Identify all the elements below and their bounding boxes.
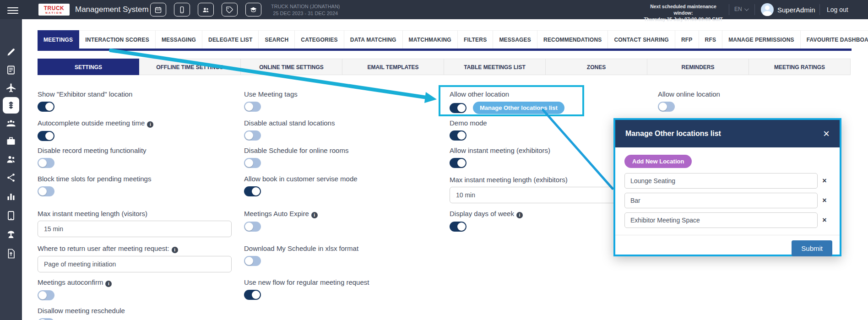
tag-icon[interactable]: [222, 3, 238, 16]
subtab-email-templates[interactable]: EMAIL TEMPLATES: [342, 59, 444, 75]
setting-label: Allow other location: [450, 90, 509, 98]
subtab-offline-time-settings[interactable]: OFFLINE TIME SETTINGS: [139, 59, 241, 75]
page: TRUCK NATION Management System TRUCK NAT…: [0, 0, 868, 320]
location-input[interactable]: [624, 173, 818, 189]
tab-search[interactable]: SEARCH: [259, 30, 295, 49]
remove-location-icon[interactable]: ×: [818, 196, 831, 205]
remove-location-icon[interactable]: ×: [818, 177, 831, 185]
info-icon[interactable]: i: [105, 281, 112, 287]
education-icon[interactable]: [245, 3, 261, 16]
edit-icon[interactable]: [5, 47, 16, 58]
toggle-meetings-autoconfirm[interactable]: [38, 290, 54, 300]
header-divider: [819, 4, 820, 15]
top-bar: TRUCK NATION Management System TRUCK NAT…: [0, 0, 868, 19]
info-icon[interactable]: i: [172, 247, 178, 253]
language-selector[interactable]: EN: [734, 6, 748, 12]
subtab-table-meetings-list[interactable]: TABLE MEETINGS LIST: [444, 59, 546, 75]
tab-matchmaking[interactable]: MATCHMAKING: [403, 30, 458, 49]
toggle-autocomplete-outside-meeting-time[interactable]: [38, 131, 54, 141]
travel-icon[interactable]: [5, 82, 16, 93]
header-divider: [729, 4, 729, 15]
setting-label: Allow online location: [658, 90, 720, 98]
manage-other-locations-button[interactable]: Manage Other locations list: [473, 102, 564, 114]
tab-favourite-dashboard[interactable]: FAVOURITE DASHBOARD: [801, 30, 868, 49]
header-divider: [754, 4, 755, 15]
toggle-block-time-slots-pending[interactable]: [38, 186, 54, 196]
toggle-allow-other-location[interactable]: [450, 103, 467, 113]
subtab-reminders[interactable]: REMINDERS: [647, 59, 749, 75]
meetings-icon[interactable]: [3, 97, 19, 114]
location-row: ×: [624, 193, 831, 208]
location-input[interactable]: [624, 193, 818, 208]
hamburger-menu-icon[interactable]: [7, 5, 18, 14]
delegates-icon[interactable]: [5, 154, 16, 165]
logo-text-bottom: NATION: [45, 11, 63, 14]
toggle-allow-instant-meeting-exhibitors[interactable]: [450, 158, 467, 168]
toggle-disable-schedule-online-rooms[interactable]: [244, 158, 261, 168]
tab-filters[interactable]: FILTERS: [458, 30, 494, 49]
tab-recommendations[interactable]: RECOMMENDATIONS: [537, 30, 608, 49]
app-title: Management System: [75, 5, 149, 14]
exhibitor-stand-icon[interactable]: [5, 229, 16, 240]
toggle-allow-online-location[interactable]: [658, 102, 675, 112]
setting-label: Block time slots for pending meetings: [38, 175, 151, 183]
tab-rfs[interactable]: RFS: [699, 30, 723, 49]
tab-interaction-scores[interactable]: INTERACTION SCORES: [79, 30, 156, 49]
tab-manage-permissions[interactable]: MANAGE PERMISSIONS: [722, 30, 801, 49]
modal-header: Manage Other locations list ×: [615, 120, 840, 147]
logout-button[interactable]: Log out: [827, 6, 848, 13]
add-new-location-button[interactable]: Add New Location: [624, 155, 692, 168]
tab-data-matching[interactable]: DATA MATCHING: [344, 30, 403, 49]
info-icon[interactable]: i: [516, 212, 523, 218]
submit-button[interactable]: Submit: [792, 240, 832, 256]
registration-form-icon[interactable]: [5, 65, 16, 76]
avatar[interactable]: [761, 3, 774, 16]
tab-categories[interactable]: CATEGORIES: [295, 30, 344, 49]
subtab-online-time-settings[interactable]: ONLINE TIME SETTINGS: [241, 59, 342, 75]
tab-delegate-list[interactable]: DELEGATE LIST: [202, 30, 259, 49]
location-input[interactable]: [624, 212, 818, 228]
setting-label: Max instant meeting length (exhibitors): [450, 176, 568, 184]
mobile-icon[interactable]: [174, 3, 190, 16]
attendees-icon[interactable]: [198, 3, 214, 16]
modal-footer: Submit: [615, 235, 840, 261]
toggle-show-exhibitor-stand-location[interactable]: [38, 102, 54, 112]
event-name: TRUCK NATION (JONATHAN): [271, 3, 340, 10]
setting-label: Use new flow for regular meeting request: [244, 278, 369, 286]
setting-label: Disable actual stand locations: [244, 119, 335, 127]
user-name: SuperAdmin: [777, 6, 815, 14]
toggle-use-meeting-tags[interactable]: [244, 102, 261, 112]
briefcase-icon[interactable]: [5, 136, 16, 146]
subtab-meeting-ratings[interactable]: MEETING RATINGS: [749, 59, 851, 75]
toggle-meetings-auto-expire[interactable]: [244, 222, 261, 232]
toggle-display-days-of-week[interactable]: [450, 222, 467, 232]
toggle-allow-book-customer-service-mode[interactable]: [244, 186, 261, 196]
subtab-zones[interactable]: ZONES: [546, 59, 647, 75]
attendees-group-icon[interactable]: [5, 118, 16, 129]
tab-meetings[interactable]: MEETINGS: [38, 30, 79, 49]
max-instant-meeting-length-visitors-input[interactable]: [38, 221, 232, 237]
tab-rfp[interactable]: RFP: [675, 30, 699, 49]
toggle-disable-actual-stand-locations[interactable]: [244, 130, 261, 141]
calendar-icon[interactable]: [150, 3, 166, 16]
toggle-disable-record-meeting[interactable]: [38, 158, 54, 168]
modal-title: Manage Other locations list: [625, 130, 721, 138]
info-icon[interactable]: i: [147, 121, 153, 128]
tab-messaging[interactable]: MESSAGING: [156, 30, 202, 49]
subtab-settings[interactable]: SETTINGS: [38, 59, 139, 75]
share-icon[interactable]: [5, 172, 16, 183]
close-icon[interactable]: ×: [823, 128, 830, 139]
info-icon[interactable]: i: [311, 212, 318, 218]
tab-messages[interactable]: MESSAGES: [493, 30, 537, 49]
tab-contact-sharing[interactable]: CONTACT SHARING: [608, 30, 675, 49]
toggle-demo-mode[interactable]: [450, 130, 467, 141]
mobile-app-icon[interactable]: [5, 210, 16, 221]
remove-location-icon[interactable]: ×: [818, 216, 831, 224]
toggle-download-my-schedule-xlsx[interactable]: [244, 256, 261, 266]
return-user-after-meeting-request-input[interactable]: [38, 256, 232, 272]
sidebar: [0, 19, 22, 320]
analytics-icon[interactable]: [5, 191, 16, 202]
toggle-use-new-flow-regular-meeting-request[interactable]: [244, 290, 261, 300]
toggle-disallow-meeting-reschedule[interactable]: [38, 318, 54, 320]
export-file-icon[interactable]: [5, 248, 16, 259]
